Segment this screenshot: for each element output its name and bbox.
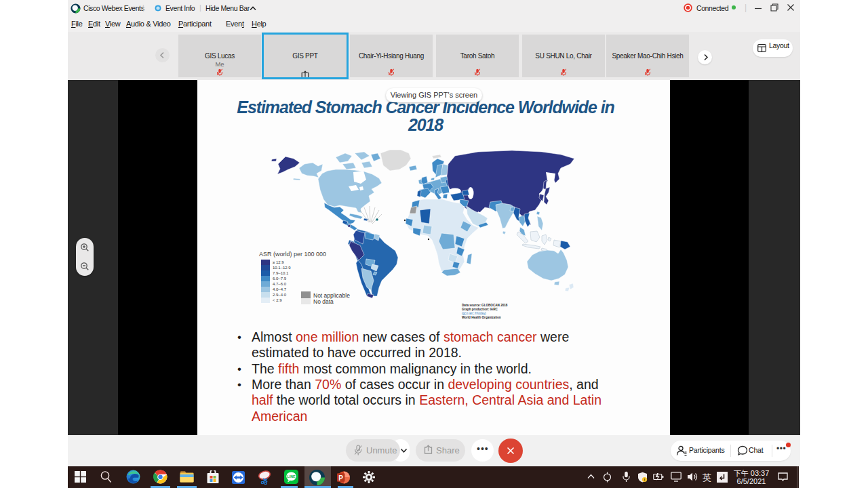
svg-text:4.7–6.0: 4.7–6.0 xyxy=(273,282,287,286)
svg-text:10.1–12.9: 10.1–12.9 xyxy=(273,266,291,270)
svg-text:!: ! xyxy=(644,478,646,482)
svg-text:P: P xyxy=(338,474,343,482)
svg-text:6.0–7.9: 6.0–7.9 xyxy=(273,277,287,281)
svg-text:≥ 12.9: ≥ 12.9 xyxy=(273,260,284,264)
svg-text:4.0–4.7: 4.0–4.7 xyxy=(273,287,287,291)
svg-text:ASR (world) per 100 000: ASR (world) per 100 000 xyxy=(259,251,326,258)
svg-text:2.9–4.0: 2.9–4.0 xyxy=(273,293,287,297)
svg-text:LINE: LINE xyxy=(288,474,296,479)
svg-text:No data: No data xyxy=(313,298,334,305)
svg-text:(gco.iarc.fr/today): (gco.iarc.fr/today) xyxy=(462,312,486,315)
svg-text:World Health Organization: World Health Organization xyxy=(462,316,501,319)
svg-text:Data source: GLOBOCAN 2018: Data source: GLOBOCAN 2018 xyxy=(462,304,508,307)
svg-text:7.9–10.1: 7.9–10.1 xyxy=(273,271,289,275)
svg-text:Graph production: IARC: Graph production: IARC xyxy=(462,308,498,311)
svg-text:< 2.9: < 2.9 xyxy=(273,298,282,302)
